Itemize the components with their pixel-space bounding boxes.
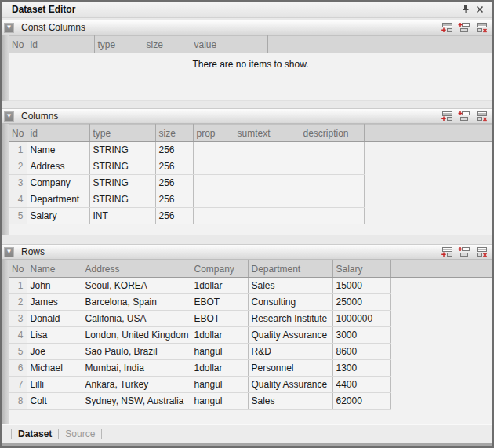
cell[interactable]: R&D [248, 344, 332, 360]
cell[interactable]: STRING [89, 142, 155, 158]
cell[interactable]: Department [27, 191, 89, 208]
column-header[interactable]: type [94, 36, 143, 53]
cell[interactable] [300, 142, 364, 158]
cell[interactable] [300, 175, 364, 191]
cell[interactable] [234, 175, 300, 191]
cell[interactable]: Seoul, KOREA [82, 278, 191, 294]
cell[interactable] [234, 142, 300, 158]
cell[interactable]: 62000 [332, 393, 390, 410]
cell[interactable]: Name [27, 142, 89, 158]
column-header[interactable]: Name [27, 260, 82, 278]
cell[interactable]: Joe [27, 344, 82, 360]
column-header[interactable]: value [191, 36, 267, 53]
cell[interactable]: Company [27, 175, 89, 191]
cell[interactable]: John [27, 278, 82, 294]
cell[interactable]: São Paulo, Brazil [82, 344, 191, 360]
column-header[interactable]: sumtext [234, 125, 300, 142]
add-row-button[interactable] [440, 111, 453, 122]
cell[interactable]: Colt [27, 393, 82, 410]
cell[interactable]: STRING [89, 158, 155, 175]
column-header[interactable]: size [143, 36, 191, 53]
close-button[interactable] [473, 3, 487, 16]
insert-row-button[interactable] [457, 246, 470, 258]
cell[interactable]: 1dollar [191, 278, 248, 294]
cell[interactable]: EBOT [191, 311, 248, 327]
cell[interactable]: 1dollar [191, 360, 248, 377]
cell[interactable]: 4400 [332, 377, 390, 393]
cell[interactable]: 1dollar [191, 327, 248, 344]
row-number-cell[interactable]: 5 [9, 208, 27, 224]
cell[interactable]: EBOT [191, 294, 248, 311]
row-number-cell[interactable]: 1 [9, 278, 27, 294]
tab-source[interactable]: Source [64, 428, 96, 439]
cell[interactable]: Lilli [27, 377, 82, 393]
row-number-cell[interactable]: 4 [9, 327, 27, 344]
delete-row-button[interactable] [474, 111, 488, 122]
cell[interactable] [193, 142, 234, 158]
cell[interactable]: Lisa [27, 327, 82, 344]
column-header[interactable]: type [89, 125, 155, 142]
cell[interactable]: 256 [155, 142, 193, 158]
cell[interactable] [234, 208, 300, 224]
cell[interactable]: Barcelona, Spain [82, 294, 191, 311]
cell[interactable]: 256 [155, 191, 193, 208]
cell[interactable]: Sales [248, 278, 332, 294]
cell[interactable]: 256 [155, 175, 193, 191]
cell[interactable]: INT [89, 208, 155, 224]
column-header[interactable]: Department [248, 260, 332, 278]
cell[interactable] [193, 175, 234, 191]
column-header[interactable]: Company [191, 260, 248, 278]
cell[interactable]: 256 [155, 158, 193, 175]
cell[interactable]: 15000 [332, 278, 390, 294]
delete-row-button[interactable] [474, 246, 488, 258]
column-header[interactable]: Address [82, 260, 191, 278]
add-row-button[interactable] [440, 22, 453, 34]
cell[interactable]: 1300 [332, 360, 390, 377]
add-row-button[interactable] [440, 246, 453, 258]
cell[interactable]: Quality Assurance [248, 377, 332, 393]
row-number-cell[interactable]: 3 [9, 311, 27, 327]
cell[interactable]: 256 [155, 208, 193, 224]
cell[interactable]: 8600 [332, 344, 390, 360]
cell[interactable] [193, 158, 234, 175]
column-header[interactable]: description [300, 125, 364, 142]
cell[interactable]: 1000000 [332, 311, 390, 327]
cell[interactable]: Consulting [248, 294, 332, 311]
cell[interactable]: STRING [89, 175, 155, 191]
column-header[interactable]: id [27, 36, 94, 53]
columns-collapse-button[interactable]: ▼ [4, 111, 14, 122]
cell[interactable]: Personnel [248, 360, 332, 377]
cell[interactable] [193, 208, 234, 224]
cell[interactable]: Ankara, Turkey [82, 377, 191, 393]
cell[interactable]: Address [27, 158, 89, 175]
tab-dataset[interactable]: Dataset [16, 428, 53, 439]
insert-row-button[interactable] [457, 22, 470, 34]
cell[interactable]: hangul [191, 344, 248, 360]
column-header[interactable]: prop [193, 125, 234, 142]
const-collapse-button[interactable]: ▼ [4, 23, 14, 33]
column-header[interactable]: No [9, 260, 27, 278]
row-number-cell[interactable]: 5 [9, 344, 27, 360]
cell[interactable]: Research Institute [248, 311, 332, 327]
cell[interactable]: Sales [248, 393, 332, 410]
cell[interactable] [300, 158, 364, 175]
cell[interactable]: Salary [27, 208, 89, 224]
cell[interactable] [234, 191, 300, 208]
row-number-cell[interactable]: 3 [9, 175, 27, 191]
row-number-cell[interactable]: 6 [9, 360, 27, 377]
cell[interactable]: James [27, 294, 82, 311]
cell[interactable]: STRING [89, 191, 155, 208]
cell[interactable]: Quality Assurance [248, 327, 332, 344]
row-number-cell[interactable]: 8 [9, 393, 27, 410]
cell[interactable]: Donald [27, 311, 82, 327]
cell[interactable]: London, United Kingdom [82, 327, 191, 344]
rows-collapse-button[interactable]: ▼ [4, 247, 14, 257]
row-number-cell[interactable]: 7 [9, 377, 27, 393]
column-header[interactable]: No [9, 36, 27, 53]
column-header[interactable]: size [155, 125, 193, 142]
insert-row-button[interactable] [457, 111, 470, 122]
row-number-cell[interactable]: 2 [9, 294, 27, 311]
row-number-cell[interactable]: 2 [9, 158, 27, 175]
cell[interactable]: Sydney, NSW, Australia [82, 393, 191, 410]
cell[interactable]: hangul [191, 377, 248, 393]
